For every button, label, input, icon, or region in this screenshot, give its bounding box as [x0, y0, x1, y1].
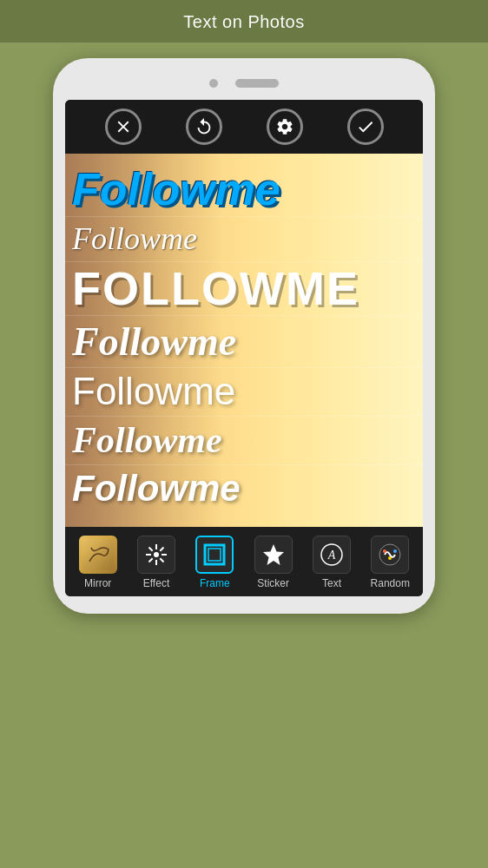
svg-point-18 [388, 556, 392, 560]
phone-speaker [235, 79, 279, 88]
random-icon-box [371, 536, 409, 574]
bottom-toolbar: Mirror Effect [65, 527, 423, 596]
random-tool[interactable]: Random [366, 536, 414, 589]
svg-rect-11 [208, 549, 221, 561]
random-svg [378, 542, 402, 567]
photo-area: Followme Followme FOLLOWME Followme Foll… [65, 154, 423, 527]
svg-point-16 [383, 549, 386, 553]
effect-icon [137, 536, 175, 574]
text-style-4: Followme [65, 319, 236, 365]
phone-frame: Followme Followme FOLLOWME Followme Foll… [53, 58, 435, 614]
text-row-5: Followme [65, 367, 423, 416]
swap-button[interactable] [186, 108, 222, 145]
text-row-3: FOLLOWME [65, 261, 423, 315]
svg-rect-0 [82, 539, 114, 570]
check-icon [356, 117, 375, 136]
app-header: Text on Photos [0, 0, 488, 43]
mirror-bird-svg [82, 539, 114, 570]
effect-svg [144, 542, 168, 567]
text-tool[interactable]: A Text [307, 536, 356, 589]
text-style-6: Followme [65, 419, 222, 461]
text-icon-box: A [313, 536, 351, 574]
text-svg: A [320, 542, 344, 567]
svg-marker-12 [263, 544, 284, 565]
frame-icon-box [195, 536, 234, 574]
close-icon [114, 117, 133, 136]
check-button[interactable] [347, 108, 384, 145]
mirror-icon [79, 536, 117, 574]
text-style-7: Followme [65, 468, 241, 510]
effect-tool[interactable]: Effect [132, 536, 181, 589]
svg-text:A: A [327, 549, 336, 562]
svg-point-9 [154, 552, 159, 557]
random-label: Random [371, 577, 410, 589]
svg-line-5 [148, 548, 152, 551]
text-row-2: Followme [65, 216, 423, 261]
text-style-3: FOLLOWME [65, 261, 359, 315]
sticker-label: Sticker [257, 577, 289, 589]
svg-line-8 [148, 558, 152, 562]
text-row-7: Followme [65, 464, 423, 513]
svg-line-7 [160, 548, 163, 551]
app-screen: Followme Followme FOLLOWME Followme Foll… [65, 100, 423, 596]
svg-line-6 [160, 558, 163, 562]
close-button[interactable] [105, 108, 142, 145]
swap-icon [195, 117, 214, 136]
settings-button[interactable] [267, 108, 303, 145]
sticker-tool[interactable]: Sticker [249, 536, 298, 589]
text-style-1: Followme [65, 163, 280, 215]
gear-icon [275, 117, 294, 136]
svg-point-17 [393, 549, 397, 553]
mirror-label: Mirror [84, 577, 111, 589]
text-style-5: Followme [65, 370, 235, 413]
sticker-icon-box [254, 536, 293, 574]
text-row-4: Followme [65, 315, 423, 367]
text-style-2: Followme [65, 220, 197, 257]
mirror-tool[interactable]: Mirror [74, 536, 122, 589]
text-row-6: Followme [65, 416, 423, 464]
frame-label: Frame [200, 577, 230, 589]
text-row-1: Followme [65, 162, 423, 216]
frame-tool[interactable]: Frame [190, 536, 239, 589]
sticker-svg [261, 542, 286, 567]
phone-top-bar [65, 76, 423, 91]
top-toolbar [65, 100, 423, 154]
effect-label: Effect [143, 577, 169, 589]
frame-svg [202, 542, 227, 567]
phone-camera [209, 79, 218, 88]
text-label: Text [322, 577, 341, 589]
app-title: Text on Photos [183, 12, 304, 31]
